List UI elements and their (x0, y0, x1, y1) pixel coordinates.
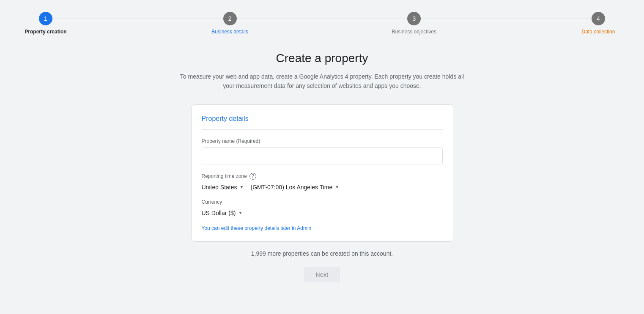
stepper-line (42, 19, 602, 19)
card-title: Property details (202, 115, 443, 130)
timezone-select-wrapper: (GMT-07:00) Los Angeles Time ▼ (250, 184, 339, 191)
timezone-label-text: Reporting time zone (202, 173, 247, 179)
country-value: United States (202, 184, 237, 191)
timezone-dropdowns: United States ▼ (GMT-07:00) Los Angeles … (202, 184, 443, 191)
country-select[interactable]: United States ▼ (202, 184, 244, 191)
currency-select[interactable]: US Dollar ($) ▼ (202, 210, 243, 216)
step-3-number: 3 (412, 15, 416, 22)
step-2: 2 Business details (205, 12, 255, 35)
currency-label: Currency (202, 199, 443, 205)
timezone-help-icon[interactable]: ? (249, 173, 256, 180)
step-4-number: 4 (597, 15, 600, 22)
step-1: 1 Property creation (20, 12, 71, 35)
page-title: Create a property (276, 52, 368, 65)
edit-note: You can edit these property details late… (202, 225, 443, 231)
timezone-chevron-icon: ▼ (335, 185, 339, 189)
step-1-label: Property creation (25, 29, 66, 35)
step-4-circle: 4 (592, 12, 605, 25)
main-content: Create a property To measure your web an… (0, 35, 644, 299)
timezone-label-row: Reporting time zone ? (202, 173, 443, 180)
property-name-label: Property name (Required) (202, 138, 443, 144)
timezone-select[interactable]: (GMT-07:00) Los Angeles Time ▼ (250, 184, 339, 191)
properties-count: 1,999 more properties can be created on … (251, 250, 393, 257)
step-3: 3 Business objectives (389, 12, 439, 35)
timezone-value: (GMT-07:00) Los Angeles Time (250, 184, 332, 191)
property-name-input[interactable] (202, 147, 443, 164)
properties-count-text: 1,999 more properties can be created on … (251, 250, 393, 257)
currency-value: US Dollar ($) (202, 210, 236, 216)
stepper: 1 Property creation 2 Business details 3… (0, 0, 644, 35)
step-2-label: Business details (211, 29, 248, 35)
currency-row: Currency US Dollar ($) ▼ (202, 199, 443, 217)
step-4: 4 Data collection (573, 12, 624, 35)
next-button[interactable]: Next (304, 267, 340, 282)
country-select-wrapper: United States ▼ (202, 184, 244, 191)
currency-select-wrapper: US Dollar ($) ▼ (202, 210, 243, 216)
step-3-label: Business objectives (392, 29, 436, 35)
page-description: To measure your web and app data, create… (174, 72, 470, 91)
step-1-circle: 1 (39, 12, 52, 25)
step-4-label: Data collection (582, 29, 615, 35)
step-1-number: 1 (44, 15, 47, 22)
step-2-number: 2 (228, 15, 232, 22)
property-details-card: Property details Property name (Required… (191, 104, 453, 242)
step-2-circle: 2 (223, 12, 237, 25)
country-chevron-icon: ▼ (240, 185, 244, 189)
currency-chevron-icon: ▼ (238, 210, 242, 215)
step-3-circle: 3 (407, 12, 421, 25)
